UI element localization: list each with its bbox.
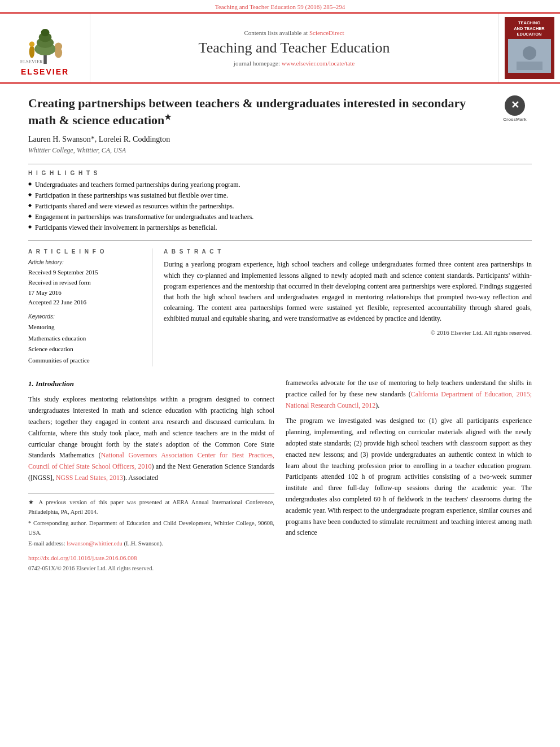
- article-history-title: Article history:: [28, 259, 143, 265]
- body-col2-para2: The program we investigated was designed…: [286, 416, 532, 539]
- email-label: E-mail address:: [28, 540, 65, 547]
- crossmark-badge[interactable]: ✕ CrossMark: [498, 95, 532, 123]
- elsevier-logo: ELSEVIER ELSEVIER: [0, 14, 90, 82]
- svg-point-6: [29, 42, 34, 47]
- body-col1-para1: This study explores mentoring relationsh…: [28, 394, 274, 483]
- revised-date: Received in revised form 17 May 2016: [28, 278, 143, 298]
- keyword-item: Mathematics education: [28, 333, 143, 344]
- journal-homepage-link[interactable]: www.elsevier.com/locate/tate: [282, 60, 355, 67]
- body-section: 1. Introduction This study explores ment…: [28, 378, 532, 574]
- svg-point-5: [29, 45, 34, 58]
- journal-cover-image: TEACHING AND TEACHER EDUCATION: [498, 14, 560, 82]
- crossmark-label: CrossMark: [503, 117, 526, 123]
- highlight-item: Participants shared and were viewed as r…: [28, 202, 532, 211]
- highlights-list: Undergraduates and teachers formed partn…: [28, 181, 532, 232]
- svg-point-8: [54, 42, 62, 50]
- elsevier-tree-icon: ELSEVIER: [14, 20, 76, 65]
- authors-line: Lauren H. Swanson*, Lorelei R. Coddingto…: [28, 135, 532, 144]
- email-link[interactable]: lswanson@whittier.edu: [67, 540, 124, 547]
- highlight-item: Undergraduates and teachers formed partn…: [28, 181, 532, 189]
- affiliation-line: Whittier College, Whittier, CA, USA: [28, 146, 532, 155]
- title-star: ★: [164, 112, 172, 121]
- crossmark-icon: ✕: [505, 95, 525, 116]
- email-address: lswanson@whittier.edu: [67, 540, 123, 547]
- issn-line: 0742-051X/© 2016 Elsevier Ltd. All right…: [28, 564, 274, 574]
- doi-text: http://dx.doi.org/10.1016/j.tate.2016.06…: [28, 554, 137, 561]
- divider-1: [28, 164, 532, 164]
- highlight-item: Engagement in partnerships was transform…: [28, 213, 532, 221]
- body-col2-para1: frameworks advocate for the use of mento…: [286, 378, 532, 411]
- homepage-link-text: www.elsevier.com/locate/tate: [282, 60, 355, 67]
- journal-title: Teaching and Teacher Education: [199, 40, 390, 56]
- journal-cover-photo: [508, 39, 551, 73]
- abstract-text: During a yearlong program experience, hi…: [164, 259, 532, 324]
- sciencedirect-link-text: ScienceDirect: [309, 29, 344, 36]
- copyright-line: © 2016 Elsevier Ltd. All rights reserved…: [164, 329, 532, 336]
- keyword-item: Mentoring: [28, 322, 143, 333]
- divider-2: [28, 240, 532, 241]
- link-cde[interactable]: California Department of Education, 2015…: [286, 390, 532, 409]
- sciencedirect-link[interactable]: ScienceDirect: [309, 29, 344, 36]
- article-dates: Received 9 September 2015 Received in re…: [28, 268, 143, 307]
- main-content: Creating partnerships between teachers &…: [0, 84, 560, 585]
- sciencedirect-prefix: Contents lists available at: [244, 29, 309, 36]
- abstract-label: A B S T R A C T: [164, 248, 532, 255]
- highlight-item: Participation in these partnerships was …: [28, 191, 532, 200]
- journal-header: ELSEVIER ELSEVIER Contents lists availab…: [0, 14, 560, 84]
- sciencedirect-line: Contents lists available at ScienceDirec…: [244, 29, 344, 36]
- journal-cover-box: TEACHING AND TEACHER EDUCATION: [505, 17, 554, 79]
- article-title-text: Creating partnerships between teachers &…: [28, 96, 466, 127]
- section1-title: 1. Introduction: [28, 378, 274, 390]
- crossmark-x-symbol: ✕: [511, 98, 519, 112]
- footnote-corresponding: * Corresponding author. Department of Ed…: [28, 519, 274, 538]
- highlight-item: Participants viewed their involvement in…: [28, 224, 532, 232]
- footnote-email: E-mail address: lswanson@whittier.edu (L…: [28, 539, 274, 549]
- highlights-label: H I G H L I G H T S: [28, 170, 532, 176]
- accepted-date: Accepted 22 June 2016: [28, 298, 143, 308]
- journal-cover-title: TEACHING AND TEACHER EDUCATION: [514, 20, 545, 37]
- journal-homepage: journal homepage: www.elsevier.com/locat…: [234, 60, 355, 67]
- link-ngca[interactable]: National Governors Association Center fo…: [28, 451, 274, 470]
- doi-link[interactable]: http://dx.doi.org/10.1016/j.tate.2016.06…: [28, 554, 137, 561]
- doi-line[interactable]: http://dx.doi.org/10.1016/j.tate.2016.06…: [28, 553, 274, 563]
- svg-point-4: [41, 29, 49, 36]
- footnote-star: ★ A previous version of this paper was p…: [28, 498, 274, 517]
- homepage-prefix: journal homepage:: [234, 60, 282, 67]
- keyword-item: Communities of practice: [28, 355, 143, 366]
- article-info-label: A R T I C L E I N F O: [28, 248, 143, 255]
- footnotes: ★ A previous version of this paper was p…: [28, 493, 274, 574]
- article-info: A R T I C L E I N F O Article history: R…: [28, 248, 152, 366]
- article-title-block: Creating partnerships between teachers &…: [28, 95, 532, 128]
- elsevier-text: ELSEVIER: [21, 67, 69, 76]
- email-suffix: (L.H. Swanson).: [124, 540, 163, 547]
- keywords-label: Keywords:: [28, 313, 143, 320]
- svg-rect-0: [43, 54, 47, 64]
- journal-citation: Teaching and Teacher Education 59 (2016)…: [0, 0, 560, 14]
- body-column-1: 1. Introduction This study explores ment…: [28, 378, 274, 574]
- svg-rect-12: [517, 62, 542, 70]
- svg-point-11: [523, 46, 536, 60]
- body-column-2: frameworks advocate for the use of mento…: [286, 378, 532, 574]
- keywords-list: MentoringMathematics educationScience ed…: [28, 322, 143, 366]
- abstract-section: A B S T R A C T During a yearlong progra…: [164, 248, 532, 366]
- received-date: Received 9 September 2015: [28, 268, 143, 278]
- journal-info-center: Contents lists available at ScienceDirec…: [90, 14, 498, 82]
- keyword-item: Science education: [28, 344, 143, 355]
- citation-text: Teaching and Teacher Education 59 (2016)…: [215, 3, 345, 10]
- svg-text:ELSEVIER: ELSEVIER: [20, 59, 42, 64]
- highlights-section: H I G H L I G H T S Undergraduates and t…: [28, 170, 532, 232]
- link-ngss[interactable]: NGSS Lead States, 2013: [56, 474, 123, 482]
- info-abstract-section: A R T I C L E I N F O Article history: R…: [28, 248, 532, 366]
